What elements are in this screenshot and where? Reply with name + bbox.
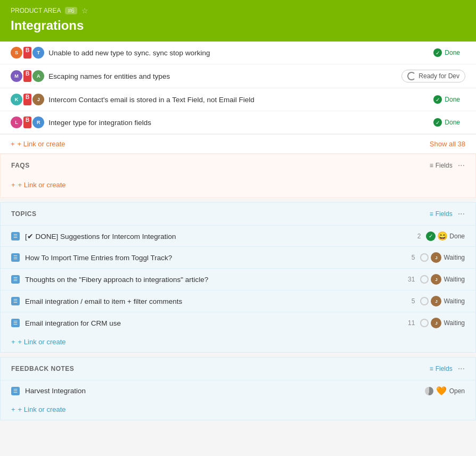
feedback-title-text: Harvest Integration [25, 387, 420, 395]
topic-count: 5 [404, 297, 415, 305]
topic-title: Email integration / email to item + filt… [25, 297, 399, 305]
faqs-more-button[interactable]: ··· [458, 161, 465, 170]
avatar-small: J [431, 318, 441, 328]
issue-title: Unable to add new type to sync. sync sto… [48, 49, 424, 57]
topic-count: 5 [404, 254, 415, 261]
faqs-actions: ≡ Fields ··· [430, 161, 465, 170]
topic-count: 2 [410, 233, 421, 240]
badge-b: B [23, 47, 31, 59]
avatar-small: J [431, 274, 441, 285]
check-circle-icon: ✓ [433, 48, 442, 57]
avatar: S [11, 47, 22, 59]
topic-count: 11 [404, 319, 415, 327]
area-number: #6 [65, 7, 77, 14]
check-circle-icon: ✓ [433, 118, 442, 127]
topic-status: J Waiting [420, 252, 465, 263]
topic-row[interactable]: ☰ Thoughts on the "Fibery approach to in… [1, 268, 475, 290]
check-green-icon: ✓ [426, 231, 436, 241]
star-icon[interactable]: ☆ [81, 6, 88, 15]
topics-fields-button[interactable]: ≡ Fields [430, 210, 453, 218]
topics-link-create-button[interactable]: + + Link or create [11, 338, 66, 346]
half-circle-icon [407, 72, 416, 80]
half-moon-icon [425, 387, 433, 395]
header-breadcrumb: PRODUCT AREA #6 ☆ [11, 6, 465, 15]
plus-icon: + [11, 338, 15, 346]
topics-section: TOPICS ≡ Fields ··· ☰ [✔ DONE] Suggestio… [0, 202, 476, 353]
issue-row[interactable]: K B J Intercom Contact's email is stored… [0, 88, 476, 111]
avatar-small: J [431, 252, 441, 263]
issue-row[interactable]: L B R Integer type for integration field… [0, 111, 476, 134]
fields-label: Fields [436, 365, 453, 372]
status-badge: ✓ Done [428, 94, 465, 105]
feedback-row[interactable]: ☰ Harvest Integration 🧡 Open [1, 380, 475, 401]
avatar-small: J [431, 296, 441, 306]
issue-title: Escaping names for entities and types [48, 72, 397, 80]
issue-title: Intercom Contact's email is stored in a … [48, 96, 424, 104]
empty-circle-icon [420, 297, 429, 305]
feedback-fields-button[interactable]: ≡ Fields [430, 365, 453, 372]
feedback-link-create-label: + Link or create [18, 405, 66, 413]
topic-row[interactable]: ☰ How To Import Time Entries from Toggl … [1, 246, 475, 268]
feedback-actions: ≡ Fields ··· [430, 364, 465, 374]
status-label: Done [445, 49, 460, 56]
status-label: Open [449, 387, 465, 395]
show-all-button[interactable]: Show all 38 [419, 135, 476, 153]
topic-status: ✓ 😄 Done [426, 231, 465, 241]
faqs-header: FAQS ≡ Fields ··· [1, 154, 475, 177]
status-label: Waiting [444, 297, 465, 305]
status-label: Waiting [444, 319, 465, 327]
avatar: J [32, 94, 44, 105]
issues-footer-row: + + Link or create Show all 38 [0, 134, 476, 153]
emoji-icon: 🧡 [436, 386, 447, 396]
issue-title: Integer type for integration fields [48, 119, 424, 127]
empty-circle-icon [420, 319, 429, 327]
topic-icon: ☰ [11, 297, 20, 305]
topic-row[interactable]: ☰ Email integration / email to item + fi… [1, 290, 475, 312]
filter-icon: ≡ [430, 162, 433, 169]
issues-link-create-button[interactable]: + + Link or create [0, 135, 76, 153]
topic-status: J Waiting [420, 318, 465, 328]
feedback-notes-section: FEEDBACK NOTES ≡ Fields ··· ☰ Harvest In… [0, 357, 476, 420]
feedback-more-button[interactable]: ··· [458, 364, 465, 374]
plus-icon: + [11, 140, 15, 148]
topic-title: Email integration for CRM use [25, 319, 399, 327]
topic-icon: ☰ [11, 253, 20, 262]
topic-status: J Waiting [420, 274, 465, 285]
faqs-link-create-label: + Link or create [18, 181, 66, 189]
topic-icon: ☰ [11, 275, 20, 284]
status-label: Done [445, 119, 460, 126]
status-label: Waiting [444, 276, 465, 283]
filter-icon: ≡ [430, 210, 433, 218]
faqs-link-create-button[interactable]: + + Link or create [11, 181, 66, 189]
topics-actions: ≡ Fields ··· [430, 209, 465, 219]
topics-title: TOPICS [11, 210, 36, 218]
status-label: Done [445, 96, 460, 103]
faqs-fields-button[interactable]: ≡ Fields [430, 162, 453, 169]
status-badge: Ready for Dev [401, 70, 465, 82]
faqs-title: FAQS [11, 162, 30, 169]
topic-title: [✔ DONE] Suggestions for Intercom Integr… [25, 232, 405, 241]
badge-b: B [23, 117, 31, 128]
issue-row[interactable]: S B T Unable to add new type to sync. sy… [0, 42, 476, 64]
show-all-label: Show all 38 [430, 140, 465, 148]
filter-icon: ≡ [430, 365, 433, 372]
badge-b: B [23, 94, 31, 105]
plus-icon: + [11, 405, 15, 413]
topic-row[interactable]: ☰ [✔ DONE] Suggestions for Intercom Inte… [1, 225, 475, 246]
feedback-footer-row: + + Link or create [1, 401, 475, 420]
issue-row[interactable]: M B A Escaping names for entities and ty… [0, 64, 476, 88]
avatar: A [32, 70, 44, 82]
topics-header: TOPICS ≡ Fields ··· [1, 203, 475, 225]
feedback-link-create-button[interactable]: + + Link or create [11, 405, 66, 413]
topic-icon: ☰ [11, 319, 20, 327]
topics-more-button[interactable]: ··· [458, 209, 465, 219]
feedback-title: FEEDBACK NOTES [11, 365, 74, 372]
status-label: Waiting [444, 254, 465, 261]
avatar: R [32, 117, 44, 128]
area-label: PRODUCT AREA [11, 7, 61, 14]
empty-circle-icon [420, 253, 429, 262]
fields-label: Fields [436, 210, 453, 218]
topic-row[interactable]: ☰ Email integration for CRM use 11 J Wai… [1, 312, 475, 334]
emoji-icon: 😄 [437, 231, 448, 241]
page-title: Integrations [11, 18, 465, 33]
